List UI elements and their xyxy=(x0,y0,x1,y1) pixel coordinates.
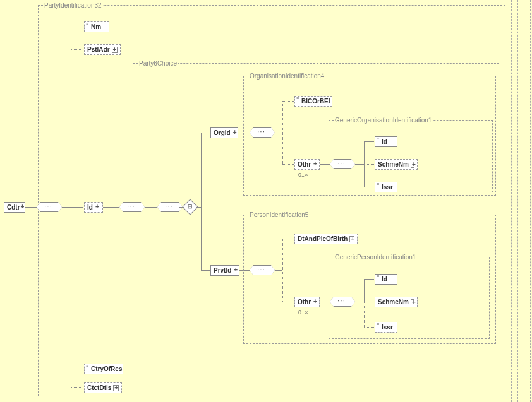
node-gp-id[interactable]: ≡ Id xyxy=(375,274,397,285)
node-ctryofres-label: CtryOfRes xyxy=(91,365,122,372)
node-othr-pers-label: Othr xyxy=(298,299,311,305)
expand-cdtr[interactable] xyxy=(20,204,22,211)
node-nm-label: Nm xyxy=(91,23,101,30)
node-ctryofres[interactable]: ≡ CtryOfRes xyxy=(84,364,123,374)
expand-ctctdtls[interactable] xyxy=(113,385,119,391)
node-pstladr-label: PstlAdr xyxy=(87,46,110,53)
expand-id[interactable] xyxy=(95,204,100,211)
expand-dtplcbirth[interactable] xyxy=(349,236,354,242)
node-othr-org-label: Othr xyxy=(298,161,311,168)
node-go-id-label: Id xyxy=(382,138,387,145)
node-bicorbei-label: BICOrBEI xyxy=(301,98,330,105)
node-go-issr[interactable]: ≡ Issr xyxy=(375,182,397,192)
seq-cdtr xyxy=(40,202,58,212)
node-go-schmenm-label: SchmeNm xyxy=(378,161,409,168)
group-persident5-label: PersonIdentification5 xyxy=(248,211,310,218)
node-gp-issr-label: Issr xyxy=(382,324,393,331)
expand-prvtid[interactable] xyxy=(233,268,236,274)
expand-gp-schmenm[interactable] xyxy=(411,299,414,305)
node-gp-schmenm-label: SchmeNm xyxy=(378,299,409,305)
node-go-schmenm[interactable]: SchmeNm xyxy=(375,159,418,170)
seq-id xyxy=(123,202,141,212)
node-ctctdtls[interactable]: CtctDtls xyxy=(84,382,122,393)
node-id[interactable]: Id xyxy=(84,202,103,213)
group-orgident4-label: OrganisationIdentification4 xyxy=(248,73,325,80)
occ-othr-pers: 0..∞ xyxy=(298,309,308,316)
occ-othr-org: 0..∞ xyxy=(298,172,308,178)
node-gp-issr[interactable]: ≡ Issr xyxy=(375,322,397,333)
node-gp-schmenm[interactable]: SchmeNm xyxy=(375,297,418,307)
group-genorgident1-label: GenericOrganisationIdentification1 xyxy=(334,117,433,124)
node-orgid-label: OrgId xyxy=(214,129,231,136)
group-genpersident1-label: GenericPersonIdentification1 xyxy=(334,254,417,261)
node-nm[interactable]: ≡ Nm xyxy=(84,21,109,32)
node-prvtid-label: PrvtId xyxy=(214,267,231,274)
node-cdtr[interactable]: Cdtr xyxy=(4,202,25,213)
node-go-issr-label: Issr xyxy=(382,184,393,191)
node-othr-org[interactable]: Othr xyxy=(294,159,320,170)
group-genorgident1 xyxy=(329,120,493,192)
seq-id2 xyxy=(161,202,179,212)
expand-go-schmenm[interactable] xyxy=(411,162,414,168)
node-prvtid[interactable]: PrvtId xyxy=(210,265,239,276)
node-dtplcbirth[interactable]: DtAndPlcOfBirth xyxy=(294,234,358,244)
node-bicorbei[interactable]: ≡ BICOrBEI xyxy=(294,96,332,107)
node-dtplcbirth-label: DtAndPlcOfBirth xyxy=(298,235,348,242)
node-ctctdtls-label: CtctDtls xyxy=(87,384,111,391)
node-cdtr-label: Cdtr xyxy=(7,204,20,211)
node-gp-id-label: Id xyxy=(382,276,387,283)
group-partyidentification32-label: PartyIdentification32 xyxy=(43,2,103,9)
node-id-label: Id xyxy=(87,204,93,211)
node-orgid[interactable]: OrgId xyxy=(210,127,238,138)
node-go-id[interactable]: ≡ Id xyxy=(375,136,397,147)
expand-othr-org[interactable] xyxy=(313,162,317,168)
node-othr-pers[interactable]: Othr xyxy=(294,297,320,307)
expand-othr-pers[interactable] xyxy=(313,299,317,305)
group-party6choice-label: Party6Choice xyxy=(138,60,178,67)
expand-pstladr[interactable] xyxy=(112,47,118,53)
expand-orgid[interactable] xyxy=(233,130,235,136)
node-pstladr[interactable]: PstlAdr xyxy=(84,44,121,55)
